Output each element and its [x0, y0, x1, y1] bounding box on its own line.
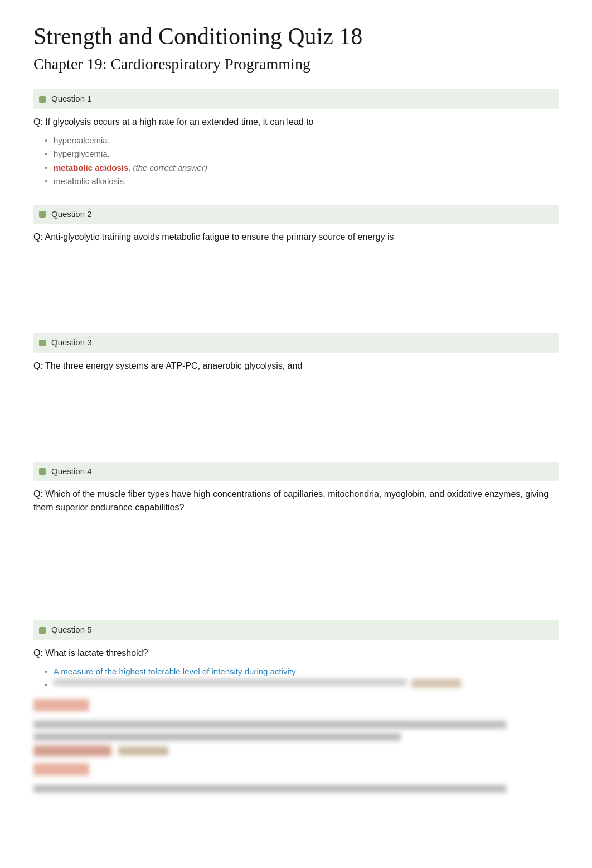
question-text-3: Q: The three energy systems are ATP-PC, … — [33, 359, 559, 373]
question-label-5: Question 5 — [51, 624, 92, 636]
correct-note-1: (the correct answer) — [133, 163, 207, 172]
answer-empty-4 — [33, 520, 559, 604]
answer-list-1: hypercalcemia. hyperglycemia. metabolic … — [45, 134, 559, 188]
answer-list-5: A measure of the highest tolerable level… — [45, 666, 559, 691]
question-block-2: Question 2 Q: Anti-glycolytic training a… — [33, 205, 559, 317]
question-text-2: Q: Anti-glycolytic training avoids metab… — [33, 230, 559, 244]
question-label-1: Question 1 — [51, 93, 92, 105]
answer-1-4: metabolic alkalosis. — [45, 175, 559, 188]
question-block-5: Question 5 Q: What is lactate threshold?… — [33, 620, 559, 793]
page-subtitle: Chapter 19: Cardiorespiratory Programmin… — [33, 52, 559, 76]
answer-empty-2 — [33, 249, 559, 316]
question-header-3: Question 3 — [33, 333, 559, 353]
question-text-1: Q: If glycolysis occurs at a high rate f… — [33, 115, 559, 129]
question-header-2: Question 2 — [33, 205, 559, 224]
question-block-4: Question 4 Q: Which of the muscle fiber … — [33, 462, 559, 604]
question-label-2: Question 2 — [51, 208, 92, 221]
question-dot-5 — [39, 627, 46, 634]
answer-1-1: hypercalcemia. — [45, 134, 559, 147]
question-block-3: Question 3 Q: The three energy systems a… — [33, 333, 559, 445]
question-text-5: Q: What is lactate threshold? — [33, 647, 559, 660]
question-text-4: Q: Which of the muscle fiber types have … — [33, 488, 559, 514]
question-dot-4 — [39, 468, 46, 475]
answer-5-2 — [45, 679, 559, 690]
question-dot-1 — [39, 96, 46, 103]
blurred-answer-5-2 — [54, 679, 559, 690]
question-dot-2 — [39, 211, 46, 218]
question-dot-3 — [39, 340, 46, 346]
question-header-5: Question 5 — [33, 620, 559, 640]
answer-1-2: hyperglycemia. — [45, 148, 559, 161]
question-block-1: Question 1 Q: If glycolysis occurs at a … — [33, 89, 559, 188]
question-header-1: Question 1 — [33, 89, 559, 109]
question-label-4: Question 4 — [51, 465, 92, 478]
question-header-4: Question 4 — [33, 462, 559, 481]
answer-5-1: A measure of the highest tolerable level… — [45, 666, 559, 678]
page-title: Strength and Conditioning Quiz 18 — [33, 22, 559, 50]
blurred-content-5 — [33, 699, 559, 793]
answer-1-3: metabolic acidosis. (the correct answer) — [45, 162, 559, 175]
answer-empty-3 — [33, 378, 559, 445]
question-label-3: Question 3 — [51, 336, 92, 349]
